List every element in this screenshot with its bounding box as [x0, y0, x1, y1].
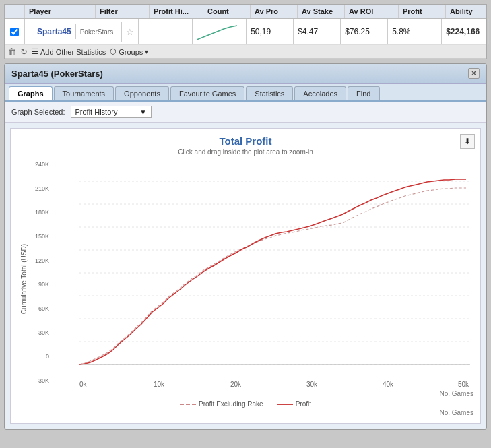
- table-row: Sparta45 PokerStars ☆ 50,19 $4.47 $76.25…: [5, 19, 486, 45]
- tab-favourite-games[interactable]: Favourite Games: [170, 86, 244, 100]
- y-label-neg30k: -30K: [36, 377, 49, 384]
- tab-find[interactable]: Find: [348, 86, 379, 100]
- no-games-label: No. Games: [52, 390, 473, 397]
- graph-selector-dropdown[interactable]: Profit History ▼: [71, 106, 152, 118]
- y-axis: 240K 210K 180K 150K 120K 90K 60K 30K 0 -…: [28, 161, 52, 384]
- ability-column-header: Ability: [446, 5, 486, 18]
- legend-item-excluding-rake: Profit Excluding Rake: [180, 400, 263, 408]
- chart-legend: Profit Excluding Rake Profit: [18, 400, 473, 408]
- av-pro-column-header: Av Pro: [251, 5, 298, 18]
- tab-accolades[interactable]: Accolades: [294, 86, 346, 100]
- y-label-150k: 150K: [35, 233, 49, 240]
- chart-title: Total Profit: [18, 135, 473, 147]
- graph-selected-value: Profit History: [75, 108, 118, 116]
- checkbox-header: [5, 5, 25, 18]
- tab-opponents[interactable]: Opponents: [115, 86, 169, 100]
- groups-button[interactable]: ⬡ Groups ▾: [110, 47, 148, 56]
- add-other-statistics-button[interactable]: ☰ Add Other Statistics: [32, 47, 106, 56]
- av-roi-cell: 5.8%: [388, 19, 442, 44]
- tab-statistics[interactable]: Statistics: [246, 86, 293, 100]
- download-button[interactable]: ⬇: [460, 134, 475, 149]
- filter-column-header: Filter: [96, 5, 150, 18]
- profit-cell: $224,166: [442, 19, 489, 44]
- modal-title: Sparta45 (PokerStars): [11, 69, 103, 79]
- tabs-bar: Graphs Tournaments Opponents Favourite G…: [5, 84, 486, 102]
- modal-titlebar: Sparta45 (PokerStars) ×: [5, 64, 486, 84]
- modal-close-button[interactable]: ×: [468, 68, 480, 79]
- player-table: Player Filter Profit Hi... Count Av Pro …: [4, 4, 487, 59]
- groups-icon: ⬡: [110, 47, 117, 56]
- row-checkbox[interactable]: [5, 19, 25, 44]
- y-label-60k: 60K: [38, 305, 49, 312]
- chart-container: Total Profit Click and drag inside the p…: [10, 128, 481, 424]
- y-label-120k: 120K: [35, 257, 49, 264]
- filter-cell: [139, 19, 193, 44]
- top-toolbar: 🗑 ↻ ☰ Add Other Statistics ⬡ Groups ▾: [5, 45, 486, 59]
- x-label-10k: 10k: [154, 381, 165, 388]
- dropdown-arrow-icon: ▼: [140, 108, 147, 116]
- x-label-20k: 20k: [230, 381, 242, 388]
- refresh-icon[interactable]: ↻: [20, 46, 28, 57]
- x-label-0k: 0k: [79, 381, 88, 388]
- no-games-label-bottom: No. Games: [18, 409, 473, 416]
- y-label-180k: 180K: [35, 209, 49, 216]
- delete-icon[interactable]: 🗑: [7, 46, 16, 57]
- av-pro-cell: $4.47: [294, 19, 341, 44]
- profit-column-header: Profit: [399, 5, 446, 18]
- add-icon: ☰: [32, 47, 38, 56]
- star-icon[interactable]: ☆: [126, 27, 134, 37]
- groups-dropdown-arrow: ▾: [145, 48, 148, 55]
- profit-hi-column-header: Profit Hi...: [150, 5, 203, 18]
- mini-chart: [197, 22, 237, 41]
- row-checkbox-input[interactable]: [10, 28, 19, 36]
- x-label-30k: 30k: [306, 381, 318, 388]
- player-column-header: Player: [25, 5, 96, 18]
- count-cell: 50,19: [247, 19, 294, 44]
- y-label-0: 0: [46, 353, 49, 360]
- player-name: Sparta45: [33, 24, 76, 39]
- graph-selector-label: Graph Selected:: [11, 108, 65, 116]
- tab-graphs[interactable]: Graphs: [9, 86, 53, 100]
- x-label-40k: 40k: [383, 381, 394, 388]
- y-label-210k: 210K: [35, 185, 49, 192]
- graph-selector-bar: Graph Selected: Profit History ▼: [5, 102, 486, 123]
- av-stake-cell: $76.25: [341, 19, 388, 44]
- chart-plot[interactable]: 240K 210K 180K 150K 120K 90K 60K 30K 0 -…: [28, 161, 473, 397]
- av-roi-column-header: Av ROI: [345, 5, 399, 18]
- profit-history-cell: [193, 19, 247, 44]
- player-site: PokerStars: [76, 26, 117, 38]
- chart-area: Cumulative Total (USD) 240K 210K 180K 15…: [18, 161, 473, 397]
- legend-excluding-rake-label: Profit Excluding Rake: [199, 400, 263, 408]
- y-label-90k: 90K: [38, 281, 49, 288]
- count-column-header: Count: [203, 5, 251, 18]
- player-cell: Sparta45 PokerStars ☆: [25, 19, 139, 44]
- legend-item-profit: Profit: [277, 400, 311, 408]
- tab-tournaments[interactable]: Tournaments: [54, 86, 114, 100]
- y-label-240k: 240K: [35, 161, 49, 168]
- x-label-50k: 50k: [458, 381, 469, 388]
- av-stake-column-header: Av Stake: [298, 5, 345, 18]
- legend-dashed-line: [180, 404, 196, 405]
- table-header: Player Filter Profit Hi... Count Av Pro …: [5, 5, 486, 19]
- y-axis-label: Cumulative Total (USD): [18, 244, 28, 314]
- y-label-30k: 30K: [38, 329, 49, 336]
- chart-svg[interactable]: 0k 10k 20k 30k 40k 50k: [52, 161, 491, 390]
- stats-panel: Sparta45 (PokerStars) × Graphs Tournamen…: [4, 63, 487, 430]
- chart-subtitle: Click and drag inside the plot area to z…: [18, 148, 473, 156]
- legend-profit-label: Profit: [296, 400, 311, 408]
- legend-solid-line: [277, 404, 293, 405]
